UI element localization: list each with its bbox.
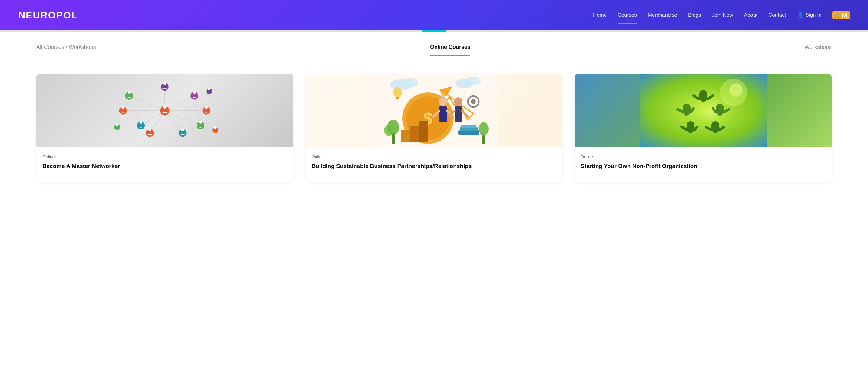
nav-signin[interactable]: Sign In — [806, 12, 822, 18]
course-type-1: Online — [42, 154, 287, 159]
svg-point-26 — [199, 121, 202, 124]
svg-rect-69 — [483, 135, 485, 144]
user-icon: 👤 — [797, 12, 804, 19]
svg-point-18 — [128, 91, 131, 94]
svg-rect-49 — [419, 121, 428, 142]
svg-point-34 — [116, 123, 118, 126]
courses-grid: Online Become A Master Networker — [36, 74, 832, 182]
nav-merchandise[interactable]: Merchandise — [648, 12, 677, 18]
svg-rect-47 — [401, 130, 410, 142]
svg-rect-65 — [461, 125, 476, 128]
svg-point-36 — [214, 127, 217, 129]
tab-online-courses[interactable]: Online Courses — [430, 44, 470, 56]
course-thumbnail-3 — [575, 74, 832, 147]
svg-point-50 — [439, 97, 447, 106]
svg-point-54 — [454, 97, 462, 106]
nav-about[interactable]: About — [744, 12, 757, 18]
courses-section: Online Become A Master Networker — [0, 56, 868, 200]
svg-point-14 — [163, 82, 166, 85]
svg-point-68 — [384, 125, 393, 136]
tab-workshops[interactable]: Workshops — [804, 44, 832, 56]
tabs-section: All Courses / Workshops Online Courses W… — [0, 32, 868, 56]
svg-point-61 — [394, 87, 402, 98]
nav-courses[interactable]: Courses — [618, 12, 637, 20]
svg-rect-63 — [458, 130, 479, 135]
svg-rect-48 — [410, 126, 419, 142]
svg-point-70 — [479, 122, 489, 136]
svg-point-39 — [401, 78, 418, 88]
svg-point-22 — [205, 106, 208, 109]
svg-rect-66 — [392, 133, 395, 144]
svg-line-3 — [165, 111, 200, 125]
nav-contact[interactable]: Contact — [768, 12, 786, 18]
svg-rect-51 — [439, 106, 447, 122]
svg-point-28 — [148, 128, 151, 131]
header: NEUROPOL Home Courses Merchandise Blogs … — [0, 0, 868, 30]
cart-icon[interactable]: 🛒 [0] — [832, 11, 850, 19]
course-type-3: Online — [581, 154, 826, 159]
course-thumbnail-1 — [36, 74, 293, 147]
svg-line-2 — [165, 96, 194, 111]
course-info-2: Online Building Sustainable Business Par… — [306, 147, 563, 182]
main-nav: Home Courses Merchandise Blogs Join Now … — [593, 11, 850, 19]
course-divider-3 — [581, 175, 826, 176]
course-thumbnail-2: $ — [306, 74, 563, 147]
svg-point-41 — [466, 77, 481, 85]
svg-point-24 — [193, 91, 196, 94]
course-divider-2 — [312, 175, 557, 176]
course-title-1: Become A Master Networker — [42, 162, 287, 170]
course-card-master-networker[interactable]: Online Become A Master Networker — [36, 74, 293, 182]
course-divider-1 — [42, 175, 287, 176]
svg-rect-55 — [455, 106, 462, 122]
course-info-3: Online Starting Your Own Non-Profit Orga… — [575, 147, 832, 182]
svg-line-0 — [129, 96, 165, 111]
nav-join-now[interactable]: Join Now — [712, 12, 733, 18]
nav-home[interactable]: Home — [593, 12, 607, 18]
course-type-2: Online — [312, 154, 557, 159]
brand-logo[interactable]: NEUROPOL — [18, 10, 78, 21]
course-card-non-profit[interactable]: Online Starting Your Own Non-Profit Orga… — [575, 74, 832, 182]
nav-blogs[interactable]: Blogs — [688, 12, 701, 18]
tab-all-courses[interactable]: All Courses / Workshops — [36, 44, 96, 56]
svg-point-89 — [729, 83, 743, 97]
course-card-sustainable-business[interactable]: $ — [306, 74, 563, 182]
svg-point-32 — [208, 88, 211, 90]
svg-point-58 — [447, 114, 454, 118]
course-title-2: Building Sustainable Business Partnershi… — [312, 162, 557, 170]
course-info-1: Online Become A Master Networker — [36, 147, 293, 182]
svg-point-20 — [140, 121, 143, 124]
svg-point-30 — [181, 128, 184, 131]
course-title-3: Starting Your Own Non-Profit Organizatio… — [581, 162, 826, 170]
svg-rect-62 — [396, 97, 400, 100]
svg-point-16 — [122, 106, 125, 109]
svg-point-60 — [471, 99, 476, 104]
svg-point-12 — [163, 105, 166, 109]
